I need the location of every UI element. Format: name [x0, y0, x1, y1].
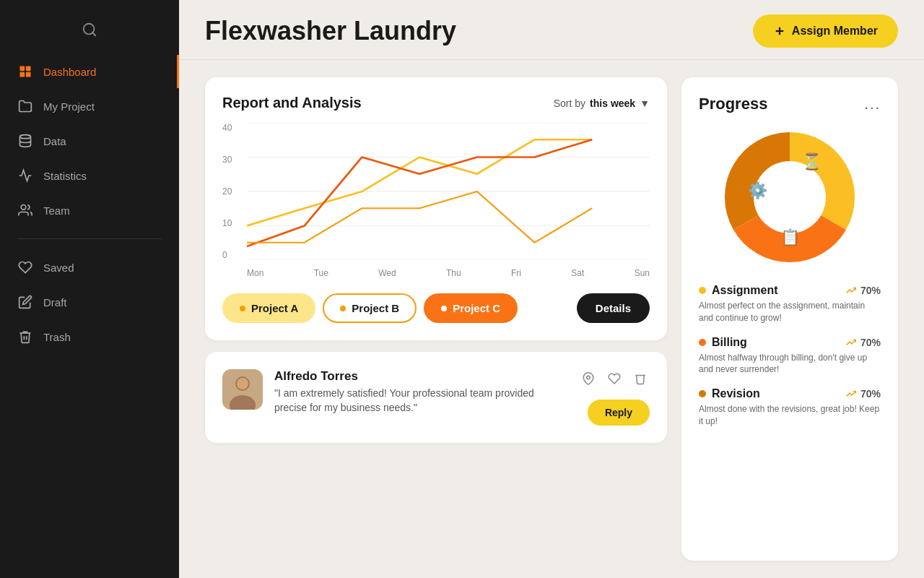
assignment-icon-in-pie: ⏳: [801, 151, 822, 171]
sidebar-item-trash[interactable]: Trash: [0, 320, 179, 353]
sidebar-item-saved[interactable]: Saved: [0, 251, 179, 284]
svg-point-18: [237, 378, 248, 389]
progress-item-billing: Billing 70% Almost halfway through billi…: [699, 336, 881, 376]
svg-point-7: [21, 205, 26, 210]
avatar-image: [222, 369, 263, 410]
sort-value: this week: [590, 98, 635, 109]
sort-label: Sort by: [554, 98, 585, 109]
sidebar-item-statistics[interactable]: Statistics: [0, 159, 179, 192]
revision-icon-in-pie: ⚙️: [748, 181, 768, 200]
commenter-name: Alfredo Torres: [274, 369, 567, 384]
search-container[interactable]: [0, 14, 179, 55]
billing-icon-in-pie: 📋: [780, 228, 801, 247]
billing-label: Billing: [699, 336, 747, 349]
assign-member-label: Assign Member: [792, 25, 878, 38]
sidebar-item-team-label: Team: [43, 204, 70, 217]
chart-x-labels: Mon Tue Wed Thu Fri Sat Sun: [247, 264, 650, 282]
delete-button[interactable]: [631, 369, 650, 391]
chart-svg: [247, 123, 650, 260]
revision-desc: Almost done with the revisions, great jo…: [699, 403, 881, 428]
sidebar-nav: Dashboard My Project Data: [0, 55, 179, 227]
draft-icon: [17, 294, 33, 310]
progress-header: Progress ...: [699, 95, 881, 113]
revision-right: 70%: [846, 388, 881, 400]
billing-percent: 70%: [860, 337, 881, 348]
progress-items: Assignment 70% Almost perfect on the ass…: [699, 284, 881, 428]
billing-dot: [699, 339, 706, 346]
svg-point-19: [587, 376, 590, 379]
svg-text:⏳: ⏳: [802, 152, 822, 171]
search-icon: [82, 22, 97, 38]
project-c-dot: [441, 306, 447, 311]
assignment-label: Assignment: [699, 284, 778, 297]
heart-icon: [608, 372, 621, 385]
assign-member-button[interactable]: Assign Member: [753, 14, 898, 48]
chart-header: Report and Analysis Sort by this week ▼: [222, 95, 650, 111]
sort-button[interactable]: Sort by this week ▼: [554, 98, 650, 109]
project-b-dot: [340, 306, 346, 311]
content-area: Report and Analysis Sort by this week ▼ …: [179, 60, 924, 578]
statistics-icon: [17, 168, 33, 184]
sidebar-item-draft[interactable]: Draft: [0, 285, 179, 319]
assignment-desc: Almost perfect on the assignment, mainta…: [699, 300, 881, 324]
progress-card: Progress ...: [681, 77, 898, 561]
revision-item-header: Revision 70%: [699, 387, 881, 400]
chart-area: 40 30 20 10 0: [222, 123, 650, 282]
chart-card: Report and Analysis Sort by this week ▼ …: [205, 77, 667, 340]
svg-text:⚙️: ⚙️: [748, 181, 768, 200]
project-a-label: Project A: [251, 302, 298, 314]
sidebar: Dashboard My Project Data: [0, 0, 179, 578]
billing-right: 70%: [846, 337, 881, 348]
sidebar-divider: [17, 238, 162, 239]
project-a-button[interactable]: Project A: [222, 293, 315, 323]
svg-point-6: [20, 135, 31, 139]
details-button[interactable]: Details: [577, 293, 650, 323]
page-title: Flexwasher Laundry: [205, 16, 456, 46]
svg-line-1: [92, 33, 95, 35]
left-panel: Report and Analysis Sort by this week ▼ …: [205, 77, 667, 561]
sidebar-item-my-project[interactable]: My Project: [0, 90, 179, 123]
main-content: Flexwasher Laundry Assign Member Report …: [179, 0, 924, 578]
progress-title: Progress: [699, 95, 767, 113]
team-icon: [17, 202, 33, 218]
project-c-button[interactable]: Project C: [424, 293, 518, 323]
reply-button[interactable]: Reply: [588, 400, 650, 426]
svg-rect-3: [26, 66, 31, 72]
project-c-label: Project C: [453, 302, 500, 314]
comment-card: Alfredo Torres "I am extremely satisfied…: [205, 352, 667, 443]
comment-actions: Reply: [579, 369, 650, 426]
billing-desc: Almost halfway through billing, don't gi…: [699, 352, 881, 376]
page-header: Flexwasher Laundry Assign Member: [179, 0, 924, 60]
trend-up-icon: [846, 285, 856, 296]
chart-title: Report and Analysis: [222, 95, 362, 111]
billing-item-header: Billing 70%: [699, 336, 881, 349]
project-b-button[interactable]: Project B: [323, 293, 417, 323]
project-buttons: Project A Project B Project C Details: [222, 293, 650, 323]
plus-icon: [773, 25, 786, 38]
action-icons: [579, 369, 650, 391]
chevron-down-icon: ▼: [640, 98, 650, 109]
sidebar-item-dashboard[interactable]: Dashboard: [0, 55, 179, 88]
pie-chart-container: ⏳ 📋 ⚙️: [699, 125, 881, 269]
chart-y-labels: 40 30 20 10 0: [222, 123, 243, 260]
heart-icon: [17, 259, 33, 275]
pin-button[interactable]: [579, 369, 598, 391]
data-icon: [17, 133, 33, 149]
right-panel: Progress ...: [681, 77, 898, 561]
avatar: [222, 369, 263, 410]
dashboard-icon: [17, 64, 33, 79]
sidebar-item-statistics-label: Statistics: [43, 170, 87, 182]
assignment-right: 70%: [846, 285, 881, 296]
sidebar-item-data[interactable]: Data: [0, 124, 179, 158]
sidebar-item-dashboard-label: Dashboard: [43, 66, 96, 78]
trend-up-icon-billing: [846, 337, 856, 348]
svg-rect-4: [20, 72, 25, 77]
project-a-dot: [240, 306, 245, 311]
like-button[interactable]: [605, 369, 624, 391]
assignment-percent: 70%: [860, 285, 881, 296]
details-label: Details: [596, 302, 631, 314]
trend-up-icon-revision: [846, 389, 856, 399]
sidebar-item-draft-label: Draft: [43, 296, 67, 309]
more-button[interactable]: ...: [864, 96, 881, 113]
sidebar-item-team[interactable]: Team: [0, 194, 179, 227]
